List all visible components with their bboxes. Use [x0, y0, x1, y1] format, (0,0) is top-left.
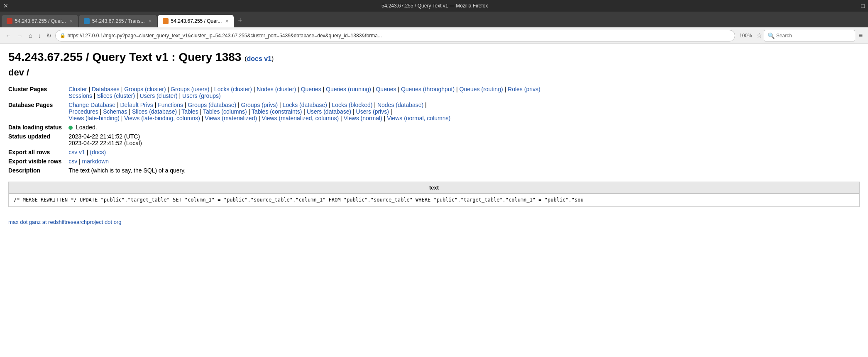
database-page-link[interactable]: Nodes (database) — [377, 102, 423, 108]
docs-link[interactable]: docs v1 — [247, 55, 272, 62]
tab-label-2: 54.243.67.255 / Trans... — [92, 18, 145, 24]
cluster-page-link[interactable]: Cluster — [68, 86, 87, 92]
cluster-page-link[interactable]: Users (cluster) — [140, 92, 178, 99]
data-loading-status-label: Data loading status — [8, 123, 68, 132]
cluster-page-link[interactable]: Roles (privs) — [508, 86, 540, 92]
export-visible-rows-label: Export visible rows — [8, 157, 68, 166]
database-page-link[interactable]: Functions — [158, 102, 183, 108]
database-page-link[interactable]: Tables — [181, 108, 198, 115]
description-row: Description The text (which is to say, t… — [8, 166, 544, 175]
export-visible-rows-row: Export visible rows csv | markdown — [8, 157, 544, 166]
browser-tab-2[interactable]: 54.243.67.255 / Trans... ✕ — [79, 15, 157, 27]
breadcrumb: dev / — [8, 67, 860, 78]
tab-close-3[interactable]: ✕ — [225, 19, 229, 24]
data-table: text /* MERGE REWRITTEN */ UPDATE "publi… — [9, 182, 859, 206]
database-page-link[interactable]: Locks (blocked) — [332, 102, 372, 108]
database-page-link[interactable]: Slices (database) — [132, 108, 177, 115]
database-page-link[interactable]: Groups (privs) — [241, 102, 278, 108]
cluster-page-link[interactable]: Groups (cluster) — [124, 86, 166, 92]
database-page-link[interactable]: Views (materialized) — [205, 115, 257, 121]
cluster-page-link[interactable]: Users (groups) — [182, 92, 221, 99]
status-updated-label: Status updated — [8, 132, 68, 148]
export-visible-rows-value: csv | markdown — [68, 157, 543, 166]
export-csv-v1-link[interactable]: csv v1 — [68, 149, 85, 155]
window-close-button[interactable]: ✕ — [3, 2, 8, 9]
database-pages-links: Change Database | Default Privs | Functi… — [68, 100, 543, 123]
tab-favicon-2 — [84, 18, 90, 24]
status-updated-value: 2023-04-22 21:41:52 (UTC) 2023-04-22 22:… — [68, 132, 543, 148]
database-page-link[interactable]: Users (database) — [307, 108, 351, 115]
export-docs-link[interactable]: (docs) — [90, 149, 106, 155]
database-pages-row: Database Pages Change Database | Default… — [8, 100, 544, 123]
cluster-page-link[interactable]: Sessions — [68, 92, 92, 99]
description-label: Description — [8, 166, 68, 175]
tab-label-1: 54.243.67.255 / Quer... — [15, 18, 66, 24]
browser-menu-button[interactable]: ≡ — [857, 31, 865, 40]
cluster-page-link[interactable]: Queries — [301, 86, 321, 92]
tabs-bar: 54.243.67.255 / Quer... ✕ 54.243.67.255 … — [0, 12, 868, 27]
description-value: The text (which is to say, the SQL) of a… — [68, 166, 543, 175]
search-bar-container[interactable]: 🔍 — [764, 30, 855, 41]
back-button[interactable]: ← — [3, 32, 13, 40]
data-table-container: text /* MERGE REWRITTEN */ UPDATE "publi… — [8, 182, 860, 207]
cluster-pages-links: Cluster | Databases | Groups (cluster) |… — [68, 85, 543, 100]
export-csv-link[interactable]: csv — [68, 158, 77, 165]
status-dot — [68, 126, 73, 130]
cluster-page-link[interactable]: Queries (running) — [326, 86, 371, 92]
window-title: 54.243.67.255 / Query Text v1 — Mozilla … — [8, 3, 861, 9]
lock-icon: 🔒 — [60, 33, 66, 38]
tab-close-2[interactable]: ✕ — [148, 19, 152, 24]
home-button[interactable]: ⌂ — [27, 32, 34, 40]
tab-close-1[interactable]: ✕ — [69, 19, 73, 24]
database-page-link[interactable]: Change Database — [68, 102, 115, 108]
cluster-page-link[interactable]: Groups (users) — [171, 86, 209, 92]
database-page-link[interactable]: Views (normal) — [344, 115, 382, 121]
cluster-page-link[interactable]: Locks (cluster) — [214, 86, 252, 92]
cluster-page-link[interactable]: Queues — [376, 86, 396, 92]
window-maximize-button[interactable]: □ — [861, 2, 865, 9]
database-page-link[interactable]: Schemas — [103, 108, 127, 115]
search-input[interactable] — [776, 33, 851, 39]
database-page-link[interactable]: Views (materialized, columns) — [262, 115, 339, 121]
cluster-page-link[interactable]: Databases — [92, 86, 120, 92]
export-markdown-link[interactable]: markdown — [82, 158, 109, 165]
database-page-link[interactable]: Views (normal, columns) — [387, 115, 450, 121]
cluster-pages-row: Cluster Pages Cluster | Databases | Grou… — [8, 85, 544, 100]
search-icon: 🔍 — [768, 32, 775, 39]
title-bar: ✕ 54.243.67.255 / Query Text v1 — Mozill… — [0, 0, 868, 12]
refresh-button[interactable]: ↻ — [44, 32, 54, 40]
database-page-link[interactable]: Locks (database) — [283, 102, 327, 108]
tab-label-3: 54.243.67.255 / Quer... — [171, 18, 222, 24]
database-page-link[interactable]: Groups (database) — [188, 102, 236, 108]
new-tab-button[interactable]: + — [235, 16, 246, 25]
bookmark-button[interactable]: ☆ — [756, 32, 762, 39]
browser-chrome: ✕ 54.243.67.255 / Query Text v1 — Mozill… — [0, 0, 868, 44]
browser-tab-1[interactable]: 54.243.67.255 / Quer... ✕ — [2, 15, 78, 27]
cluster-pages-label: Cluster Pages — [8, 85, 68, 100]
database-page-link[interactable]: Views (late-binding) — [68, 115, 120, 121]
cluster-page-link[interactable]: Queues (routing) — [460, 86, 503, 92]
database-page-link[interactable]: Tables (columns) — [203, 108, 247, 115]
page-title: 54.243.67.255 / Query Text v1 : Query 13… — [8, 51, 274, 63]
database-page-link[interactable]: Tables (constraints) — [252, 108, 302, 115]
database-page-link[interactable]: Procedures — [68, 108, 98, 115]
cluster-page-link[interactable]: Queues (throughput) — [401, 86, 455, 92]
footer-link[interactable]: max dot ganz at redshiftresearchproject … — [8, 219, 121, 225]
forward-button[interactable]: → — [15, 32, 25, 40]
table-row: /* MERGE REWRITTEN */ UPDATE "public"."t… — [9, 194, 859, 206]
download-button[interactable]: ↓ — [36, 32, 43, 40]
database-page-link[interactable]: Users (privs) — [356, 108, 389, 115]
tab-favicon-3 — [163, 18, 169, 24]
cluster-page-link[interactable]: Slices (cluster) — [97, 92, 135, 99]
database-page-link[interactable]: Default Privs — [120, 102, 153, 108]
table-column-text: text — [9, 182, 859, 194]
footer: max dot ganz at redshiftresearchproject … — [8, 215, 860, 228]
address-bar[interactable]: 🔒 https://127.0.0.1/mgrc.py?page=cluster… — [55, 30, 735, 41]
zoom-level: 100% — [737, 33, 755, 39]
browser-tab-3[interactable]: 54.243.67.255 / Quer... ✕ — [158, 15, 234, 27]
page-content: 54.243.67.255 / Query Text v1 : Query 13… — [0, 44, 868, 293]
database-page-link[interactable]: Views (late-binding, columns) — [124, 115, 200, 121]
cluster-page-link[interactable]: Nodes (cluster) — [257, 86, 296, 92]
export-all-rows-label: Export all rows — [8, 148, 68, 157]
info-table: Cluster Pages Cluster | Databases | Grou… — [8, 85, 544, 175]
